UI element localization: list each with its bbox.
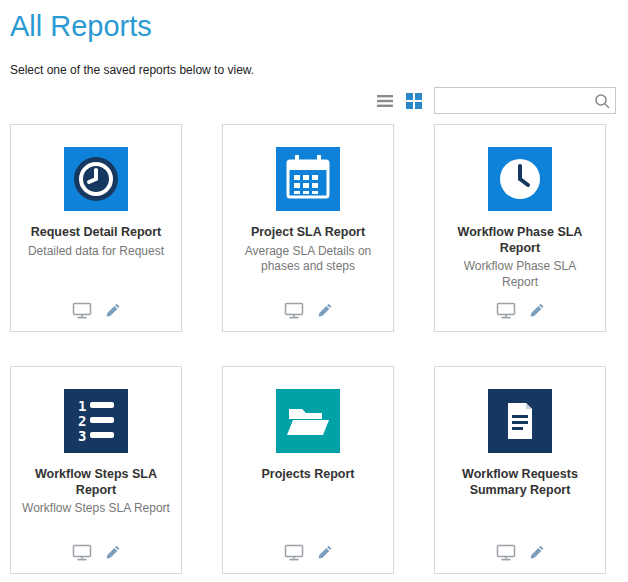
svg-text:3: 3 — [78, 428, 86, 444]
report-card-request-detail[interactable]: Request Detail Report Detailed data for … — [10, 124, 182, 332]
report-tile — [276, 389, 340, 453]
search-box — [434, 87, 616, 114]
list-view-icon — [376, 94, 394, 108]
edit-pencil-icon[interactable] — [316, 545, 332, 561]
card-actions — [496, 544, 544, 561]
edit-pencil-icon[interactable] — [528, 303, 544, 319]
grid-view-icon — [406, 93, 422, 109]
svg-text:2: 2 — [78, 413, 86, 429]
report-subtitle: Workflow Steps SLA Report — [22, 501, 170, 517]
svg-text:1: 1 — [78, 398, 86, 414]
report-subtitle: Average SLA Details on phases and steps — [233, 244, 383, 275]
card-actions — [284, 302, 332, 319]
edit-pencil-icon[interactable] — [104, 545, 120, 561]
report-title: Workflow Requests Summary Report — [445, 467, 595, 498]
edit-pencil-icon[interactable] — [528, 545, 544, 561]
clock-badge-icon — [64, 147, 128, 211]
page-subtitle: Select one of the saved reports below to… — [10, 63, 618, 77]
view-monitor-icon[interactable] — [72, 544, 92, 561]
report-card-workflow-phase-sla[interactable]: Workflow Phase SLA Report Workflow Phase… — [434, 124, 606, 332]
card-actions — [72, 302, 120, 319]
report-card-projects[interactable]: Projects Report — [222, 366, 394, 574]
all-reports-page: All Reports Select one of the saved repo… — [0, 0, 628, 574]
report-card-grid: Request Detail Report Detailed data for … — [10, 124, 618, 574]
report-tile — [488, 389, 552, 453]
list-view-button[interactable] — [376, 94, 394, 108]
report-title: Workflow Steps SLA Report — [21, 467, 171, 498]
report-card-workflow-steps-sla[interactable]: 1 2 3 Workflow Steps SLA Report Workflow… — [10, 366, 182, 574]
edit-pencil-icon[interactable] — [316, 303, 332, 319]
view-monitor-icon[interactable] — [284, 302, 304, 319]
card-actions — [284, 544, 332, 561]
report-tile — [276, 147, 340, 211]
report-title: Projects Report — [261, 467, 354, 483]
card-actions — [496, 302, 544, 319]
grid-view-button[interactable] — [406, 93, 422, 109]
report-tile: 1 2 3 — [64, 389, 128, 453]
report-title: Request Detail Report — [31, 225, 162, 241]
search-icon[interactable] — [593, 92, 611, 110]
view-monitor-icon[interactable] — [496, 302, 516, 319]
report-tile — [64, 147, 128, 211]
report-card-project-sla[interactable]: Project SLA Report Average SLA Details o… — [222, 124, 394, 332]
report-tile — [488, 147, 552, 211]
document-icon — [488, 389, 552, 453]
view-monitor-icon[interactable] — [284, 544, 304, 561]
folder-icon — [276, 389, 340, 453]
page-title: All Reports — [10, 10, 618, 43]
report-title: Workflow Phase SLA Report — [445, 225, 595, 256]
clock-icon — [488, 147, 552, 211]
report-subtitle: Detailed data for Request — [28, 244, 164, 260]
numbered-list-icon: 1 2 3 — [64, 389, 128, 453]
toolbar — [10, 87, 616, 114]
report-subtitle: Workflow Phase SLA Report — [445, 259, 595, 290]
search-input[interactable] — [441, 93, 593, 109]
view-monitor-icon[interactable] — [72, 302, 92, 319]
report-card-workflow-requests-summary[interactable]: Workflow Requests Summary Report — [434, 366, 606, 574]
calendar-icon — [276, 147, 340, 211]
card-actions — [72, 544, 120, 561]
report-title: Project SLA Report — [251, 225, 365, 241]
edit-pencil-icon[interactable] — [104, 303, 120, 319]
view-monitor-icon[interactable] — [496, 544, 516, 561]
